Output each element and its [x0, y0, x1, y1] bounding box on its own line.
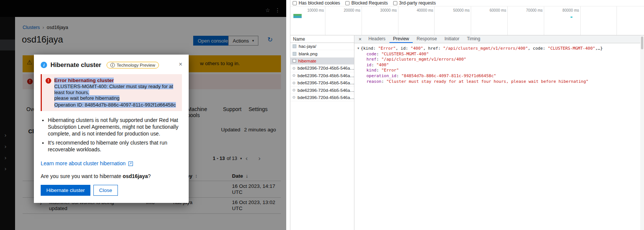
filter-3rd-party-requests[interactable]: 3rd-party requests — [393, 0, 436, 6]
filter-blocked-requests[interactable]: Blocked Requests — [345, 0, 388, 6]
request-name: hibernate — [298, 59, 316, 63]
tab-preview[interactable]: Preview — [389, 35, 413, 43]
filter-has-blocked-cookies[interactable]: Has blocked cookies — [293, 0, 340, 6]
hibernate-cluster-modal: i Hibernate cluster i Technology Preview… — [34, 55, 189, 203]
name-column-header[interactable]: Name — [290, 35, 354, 43]
dot-icon — [293, 96, 295, 99]
json-value: "400" — [411, 46, 423, 51]
request-name: bde62396-720d-45b5-546a… — [298, 73, 354, 78]
checkbox-icon[interactable] — [345, 1, 349, 5]
request-name: bde62396-720d-45b5-546a… — [298, 66, 354, 70]
modal-title: Hibernate cluster — [50, 61, 101, 69]
checkbox-icon[interactable] — [393, 1, 397, 5]
bullet-item: It's recommended to hibernate only clust… — [48, 140, 182, 153]
timeline-label: 20000 ms — [344, 8, 360, 12]
timeline-label: 80000 ms — [563, 8, 579, 12]
json-value: "Error" — [382, 68, 399, 73]
box-icon — [293, 59, 296, 62]
json-property: kind: "Error" — [357, 68, 642, 73]
json-value: "Cluster must stay ready for at least fo… — [386, 79, 588, 84]
json-property: reason: "Cluster must stay ready for at … — [357, 79, 642, 85]
tab-headers[interactable]: Headers — [365, 35, 389, 43]
confirm-suffix: ? — [148, 174, 151, 179]
checkbox-icon[interactable] — [293, 1, 297, 5]
json-key: code — [366, 52, 377, 56]
timeline-ruler[interactable]: 10000 ms20000 ms30000 ms40000 ms50000 ms… — [290, 6, 644, 35]
json-key: operation_id — [366, 73, 396, 78]
request-detail-pane: × HeadersPreviewResponseInitiatorTiming … — [354, 35, 644, 230]
json-key: code — [533, 46, 543, 51]
close-button[interactable]: Close — [93, 185, 118, 196]
badge-info-icon: i — [110, 63, 115, 67]
network-filter-bar: Has blocked cookiesBlocked Requests3rd-p… — [293, 0, 436, 6]
request-row[interactable]: hac-jaya/ — [290, 43, 354, 50]
scrollbar[interactable] — [640, 35, 644, 230]
learn-more-link[interactable]: Learn more about cluster hibernation ↗ — [41, 161, 133, 166]
modal-bullets: Hibernating clusters is not fully suppor… — [41, 117, 182, 153]
json-value: "400" — [377, 62, 389, 67]
request-row[interactable]: bde62396-720d-45b5-546a… — [290, 65, 354, 72]
name-header-label: Name — [293, 37, 305, 42]
close-icon[interactable]: × — [179, 62, 182, 67]
request-row[interactable]: bde62396-720d-45b5-546a… — [290, 79, 354, 87]
json-value: "/api/clusters_mgmt/v1/errors/400" — [382, 57, 466, 62]
json-value: "Error" — [378, 46, 395, 51]
request-row[interactable]: blank.png — [290, 50, 354, 57]
request-list: hac-jaya/blank.pnghibernatebde62396-720d… — [290, 43, 354, 101]
preview-summary-text: {kind: "Error", id: "400", href: "/api/c… — [361, 46, 603, 51]
file-icon — [293, 52, 296, 56]
timeline-label: 50000 ms — [453, 8, 470, 12]
filter-label: Blocked Requests — [351, 0, 388, 6]
timeline-gridline — [398, 6, 398, 35]
filter-label: 3rd-party requests — [399, 0, 436, 6]
request-name: bde62396-720d-45b5-546a… — [298, 95, 354, 100]
cluster-console-app: ☆ ⋮ › › › › Clusters › osd16jaya osd16ja… — [0, 0, 286, 230]
alert-message: CLUSTERS-MGMT-400: Cluster must stay rea… — [54, 84, 173, 95]
tab-initiator[interactable]: Initiator — [441, 35, 463, 43]
file-icon — [293, 44, 296, 48]
badge-label: Technology Preview — [117, 63, 155, 67]
alert-title: Error hibernating cluster — [54, 78, 114, 83]
alert-exclamation-icon: ! — [46, 78, 51, 84]
request-row[interactable]: bde62396-720d-45b5-546a… — [290, 72, 354, 79]
learn-more-label: Learn more about cluster hibernation — [41, 161, 126, 166]
hibernate-cluster-button[interactable]: Hibernate cluster — [41, 185, 90, 196]
confirm-prefix: Are you sure you want to hibernate — [41, 174, 123, 179]
modal-actions: Hibernate cluster Close — [41, 185, 182, 196]
overview-chart-icon — [293, 14, 302, 18]
json-value: "CLUSTERS-MGMT-400" — [382, 52, 429, 56]
timeline-label: 60000 ms — [490, 8, 506, 12]
json-property: id: "400" — [357, 62, 642, 68]
dot-icon — [293, 67, 295, 70]
request-name-column: Name hac-jaya/blank.pnghibernatebde62396… — [290, 35, 354, 230]
request-blip-icon — [571, 17, 572, 18]
bullet-item: Hibernating clusters is not fully suppor… — [48, 117, 182, 137]
timeline-gridline — [471, 6, 471, 35]
alert-operation-id: Operation ID: 84854d7b-886c-4097-811c-99… — [54, 102, 176, 108]
confirm-question: Are you sure you want to hibernate osd16… — [41, 174, 182, 179]
request-row[interactable]: bde62396-720d-45b5-546a… — [290, 94, 354, 101]
json-root-line: ▼{kind: "Error", id: "400", href: "/api/… — [357, 46, 642, 52]
close-detail-icon[interactable]: × — [356, 35, 365, 43]
json-property: href: "/api/clusters_mgmt/v1/errors/400" — [357, 57, 642, 62]
confirm-cluster-name: osd16jaya — [123, 174, 148, 179]
request-name: blank.png — [299, 52, 317, 56]
json-key: id — [401, 46, 406, 51]
scrollbar-thumb[interactable] — [641, 37, 643, 49]
json-value: "CLUSTERS-MGMT-400" — [548, 46, 595, 51]
tab-timing[interactable]: Timing — [463, 35, 484, 43]
request-row[interactable]: bde62396-720d-45b5-546a… — [290, 87, 354, 94]
expander-triangle-icon[interactable]: ▼ — [357, 47, 359, 50]
json-key: reason — [366, 79, 382, 84]
tab-response[interactable]: Response — [413, 35, 441, 43]
json-preview: ▼{kind: "Error", id: "400", href: "/api/… — [354, 43, 644, 84]
request-name: bde62396-720d-45b5-546a… — [298, 88, 354, 93]
technology-preview-badge: i Technology Preview — [107, 62, 159, 69]
request-row[interactable]: hibernate — [290, 58, 354, 65]
json-key: href — [428, 46, 438, 51]
dot-icon — [293, 89, 295, 91]
timeline-label: 30000 ms — [380, 8, 397, 12]
alert-message: please wait before hibernating — [54, 95, 119, 101]
json-key: id — [366, 62, 371, 67]
preview-properties: code: "CLUSTERS-MGMT-400"href: "/api/clu… — [357, 52, 642, 85]
